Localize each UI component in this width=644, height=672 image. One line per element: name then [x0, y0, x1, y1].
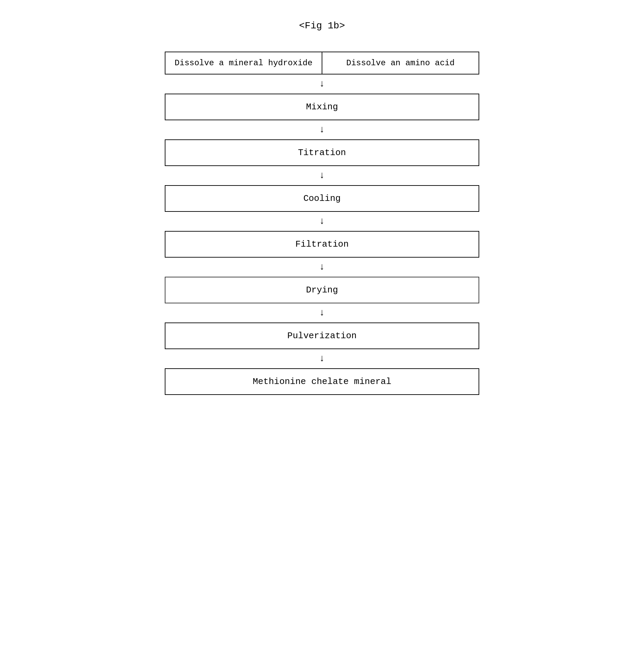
- dissolve-mineral-cell: Dissolve a mineral hydroxide: [165, 52, 322, 74]
- arrow-5: ↓: [319, 262, 325, 272]
- filtration-box: Filtration: [165, 231, 479, 257]
- arrow-4: ↓: [319, 217, 325, 226]
- arrow-7: ↓: [319, 354, 325, 363]
- dissolve-amino-cell: Dissolve an amino acid: [322, 52, 479, 74]
- page-title: <Fig 1b>: [299, 21, 345, 31]
- dissolve-row: Dissolve a mineral hydroxide Dissolve an…: [165, 51, 479, 74]
- arrow-2: ↓: [319, 125, 325, 135]
- arrow-3: ↓: [319, 171, 325, 180]
- arrow-6: ↓: [319, 308, 325, 318]
- titration-box: Titration: [165, 140, 479, 166]
- cooling-box: Cooling: [165, 185, 479, 212]
- pulverization-box: Pulverization: [165, 323, 479, 349]
- arrow-1: ↓: [319, 79, 325, 89]
- methionine-box: Methionine chelate mineral: [165, 368, 479, 395]
- page-container: <Fig 1b> Dissolve a mineral hydroxide Di…: [0, 0, 644, 672]
- flowchart: Dissolve a mineral hydroxide Dissolve an…: [0, 51, 644, 395]
- mixing-box: Mixing: [165, 94, 479, 120]
- drying-box: Drying: [165, 277, 479, 303]
